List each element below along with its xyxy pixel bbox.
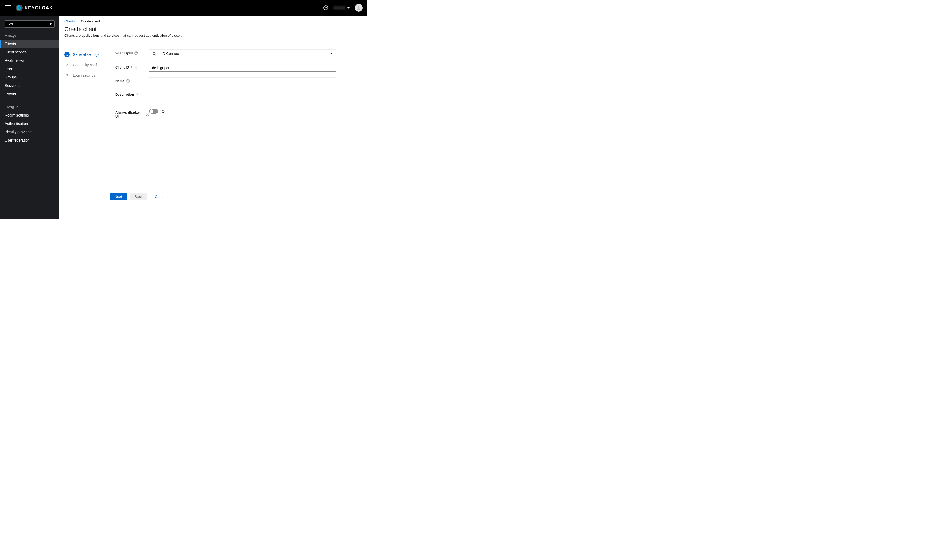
user-avatar-icon <box>356 5 361 11</box>
wizard-step-number: 3 <box>65 73 69 78</box>
client-type-select[interactable]: OpenID Connect <box>149 49 336 58</box>
client-type-value: OpenID Connect <box>153 52 180 56</box>
sidebar-item-events[interactable]: Events <box>0 90 59 98</box>
page-title: Create client <box>65 26 362 32</box>
help-icon: ? <box>324 6 328 10</box>
sidebar-item-clients[interactable]: Clients <box>0 40 59 48</box>
back-button[interactable]: Back <box>130 193 147 200</box>
help-button[interactable]: ? <box>324 6 328 10</box>
sidebar-item-authentication[interactable]: Authentication <box>0 119 59 128</box>
sidebar-item-realm-roles[interactable]: Realm roles <box>0 56 59 65</box>
wizard-step-label: Capability config <box>73 63 100 67</box>
always-display-toggle[interactable] <box>149 109 158 114</box>
help-icon[interactable]: ? <box>134 66 137 69</box>
name-label: Name <box>115 79 125 83</box>
sidebar-item-identity-providers[interactable]: Identity providers <box>0 128 59 136</box>
client-type-label: Client type <box>115 51 133 55</box>
sidebar-item-realm-settings[interactable]: Realm settings <box>0 111 59 119</box>
sidebar-item-client-scopes[interactable]: Client scopes <box>0 48 59 56</box>
cancel-button[interactable]: Cancel <box>151 193 171 200</box>
sidebar: vcd Manage Clients Client scopes Realm r… <box>0 15 59 219</box>
name-input[interactable] <box>149 77 336 85</box>
wizard-step-capability-config[interactable]: 2 Capability config <box>65 60 110 70</box>
main-content: Clients › Create client Create client Cl… <box>59 15 367 219</box>
wizard-step-general-settings[interactable]: 1 General settings <box>65 49 110 60</box>
chevron-down-icon <box>49 23 52 25</box>
sidebar-item-user-federation[interactable]: User federation <box>0 136 59 145</box>
wizard-step-login-settings[interactable]: 3 Login settings <box>65 70 110 80</box>
toggle-thumb <box>150 109 153 113</box>
wizard-step-label: Login settings <box>73 73 95 77</box>
sidebar-item-sessions[interactable]: Sessions <box>0 82 59 90</box>
menu-toggle[interactable] <box>5 5 11 11</box>
wizard-nav: 1 General settings 2 Capability config 3… <box>65 49 110 204</box>
keycloak-logo-icon <box>15 5 23 11</box>
brand-text: KEYCLOAK <box>25 5 53 11</box>
breadcrumb-clients-link[interactable]: Clients <box>65 19 75 23</box>
user-menu[interactable] <box>333 6 350 10</box>
wizard-step-number: 2 <box>65 62 69 68</box>
realm-selector-value: vcd <box>8 22 13 26</box>
breadcrumb: Clients › Create client <box>59 15 367 23</box>
sidebar-item-groups[interactable]: Groups <box>0 73 59 82</box>
nav-section-configure: Configure <box>0 103 59 111</box>
chevron-down-icon <box>330 53 333 54</box>
nav-section-manage: Manage <box>0 31 59 40</box>
toggle-state-label: Off <box>162 109 167 114</box>
description-label: Description <box>115 92 134 97</box>
brand-logo[interactable]: KEYCLOAK <box>15 5 53 11</box>
help-icon[interactable]: ? <box>134 51 138 55</box>
wizard-step-number: 1 <box>65 52 69 57</box>
svg-point-3 <box>358 6 359 8</box>
chevron-down-icon <box>347 7 350 9</box>
sidebar-item-users[interactable]: Users <box>0 65 59 73</box>
wizard-step-label: General settings <box>73 52 99 57</box>
required-indicator: * <box>131 65 132 69</box>
help-icon[interactable]: ? <box>136 93 139 97</box>
avatar[interactable] <box>355 4 362 12</box>
description-input[interactable] <box>149 91 336 103</box>
chevron-right-icon: › <box>77 20 79 23</box>
client-id-input[interactable] <box>149 64 336 72</box>
username-redacted <box>333 6 345 10</box>
always-display-label: Always display in UI <box>115 111 144 118</box>
help-icon[interactable]: ? <box>146 112 149 116</box>
help-icon[interactable]: ? <box>126 79 130 83</box>
client-id-label: Client ID <box>115 65 129 69</box>
realm-selector[interactable]: vcd <box>5 20 54 28</box>
breadcrumb-current: Create client <box>81 19 100 23</box>
page-description: Clients are applications and services th… <box>65 34 362 37</box>
wizard-footer: Next Back Cancel <box>110 189 367 204</box>
next-button[interactable]: Next <box>110 193 126 200</box>
